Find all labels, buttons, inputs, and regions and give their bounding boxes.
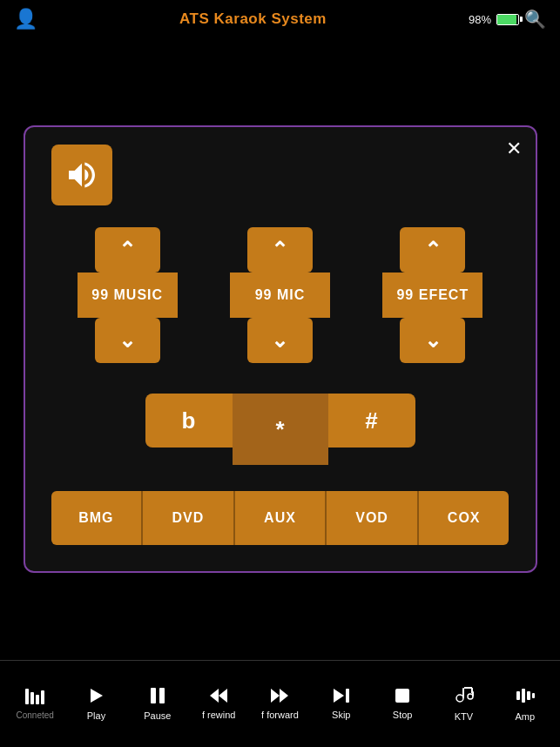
toolbar: Conneted Play Pause f rewind (0, 660, 560, 747)
search-icon[interactable]: 🔍 (524, 9, 546, 30)
svg-rect-13 (395, 689, 409, 703)
toolbar-skip[interactable]: Skip (317, 688, 365, 720)
music-down-button[interactable]: ⌄ (95, 318, 160, 363)
toolbar-connected[interactable]: Conneted (11, 689, 59, 720)
skip-icon (333, 688, 350, 706)
efect-label: 99 EFECT (382, 273, 482, 318)
cox-button[interactable]: COX (419, 491, 509, 545)
svg-rect-22 (527, 691, 530, 700)
forward-icon (270, 688, 289, 706)
status-bar: 👤 ATS Karaok System 98% 🔍 (0, 0, 560, 38)
toolbar-ktv[interactable]: KTV (440, 686, 488, 722)
bars-icon (25, 689, 44, 707)
forward-label: f forward (261, 710, 299, 720)
svg-rect-1 (30, 692, 34, 704)
amp-icon (516, 686, 535, 708)
stop-icon (395, 688, 410, 706)
svg-rect-0 (25, 689, 29, 704)
svg-marker-7 (210, 689, 219, 703)
bmg-button[interactable]: BMG (51, 491, 144, 545)
b-button[interactable]: b (145, 394, 233, 448)
battery-percentage: 98% (469, 13, 491, 26)
svg-rect-5 (151, 688, 156, 703)
mic-label: 99 MIC (230, 273, 330, 318)
connected-label: Conneted (16, 710, 53, 720)
aux-button[interactable]: AUX (235, 491, 327, 545)
svg-point-14 (456, 695, 463, 702)
svg-marker-9 (271, 689, 280, 703)
amp-label: Amp (515, 711, 535, 722)
svg-marker-10 (280, 689, 288, 703)
svg-rect-3 (41, 690, 44, 704)
battery-fill (497, 15, 516, 24)
play-label: Play (87, 710, 105, 721)
mic-up-button[interactable]: ⌃ (247, 227, 313, 273)
status-bar-right: 98% 🔍 (469, 9, 546, 30)
volume-control-music: ⌃ 99 MUSIC ⌄ (78, 227, 178, 363)
rewind-icon (209, 688, 228, 706)
source-buttons-row: BMG DVD AUX VOD COX (51, 491, 509, 545)
play-icon (87, 687, 105, 707)
svg-marker-8 (219, 689, 227, 703)
battery-icon (496, 14, 519, 25)
close-button[interactable]: ✕ (506, 139, 522, 158)
vod-button[interactable]: VOD (327, 491, 419, 545)
svg-rect-15 (462, 688, 464, 698)
svg-rect-19 (472, 691, 474, 697)
music-up-button[interactable]: ⌃ (95, 227, 160, 273)
skip-label: Skip (332, 710, 350, 720)
main-content: ✕ ⌃ 99 MUSIC ⌄ ⌃ 99 MIC ⌄ ⌃ 99 EFECT ⌄ (0, 38, 560, 660)
svg-rect-20 (516, 691, 520, 700)
efect-up-button[interactable]: ⌃ (400, 227, 465, 273)
svg-rect-12 (346, 689, 349, 703)
toolbar-play[interactable]: Play (72, 687, 120, 721)
toolbar-pause[interactable]: Pause (133, 687, 181, 721)
stop-label: Stop (393, 710, 413, 720)
hash-button[interactable]: # (328, 394, 415, 448)
toolbar-forward[interactable]: f forward (256, 688, 304, 720)
speaker-icon (64, 158, 99, 192)
user-icon[interactable]: 👤 (14, 8, 37, 30)
svg-rect-2 (36, 695, 39, 704)
star-button[interactable]: * (233, 394, 328, 465)
toolbar-amp[interactable]: Amp (501, 686, 549, 722)
status-bar-left: 👤 (14, 8, 37, 30)
ktv-label: KTV (455, 711, 473, 722)
rewind-label: f rewind (202, 710, 236, 720)
volume-control-efect: ⌃ 99 EFECT ⌄ (382, 227, 482, 363)
svg-rect-21 (522, 689, 525, 703)
svg-rect-6 (159, 688, 165, 703)
music-label: 99 MUSIC (78, 273, 178, 318)
pause-icon (150, 687, 165, 707)
volume-controls-row: ⌃ 99 MUSIC ⌄ ⌃ 99 MIC ⌄ ⌃ 99 EFECT ⌄ (51, 227, 509, 363)
speaker-icon-wrap (51, 145, 112, 205)
toolbar-stop[interactable]: Stop (379, 688, 427, 720)
svg-marker-4 (91, 689, 103, 703)
volume-control-mic: ⌃ 99 MIC ⌄ (230, 227, 330, 363)
pause-label: Pause (144, 710, 171, 721)
ktv-icon (453, 686, 474, 708)
dvd-button[interactable]: DVD (143, 491, 235, 545)
svg-marker-11 (334, 689, 344, 703)
app-title: ATS Karaok System (179, 10, 327, 28)
efect-down-button[interactable]: ⌄ (400, 318, 465, 363)
svg-rect-23 (532, 693, 535, 698)
toolbar-rewind[interactable]: f rewind (195, 688, 243, 720)
modal-panel: ✕ ⌃ 99 MUSIC ⌄ ⌃ 99 MIC ⌄ ⌃ 99 EFECT ⌄ (24, 125, 537, 573)
mic-down-button[interactable]: ⌄ (247, 318, 313, 363)
nav-buttons-row: b * # (51, 394, 509, 465)
